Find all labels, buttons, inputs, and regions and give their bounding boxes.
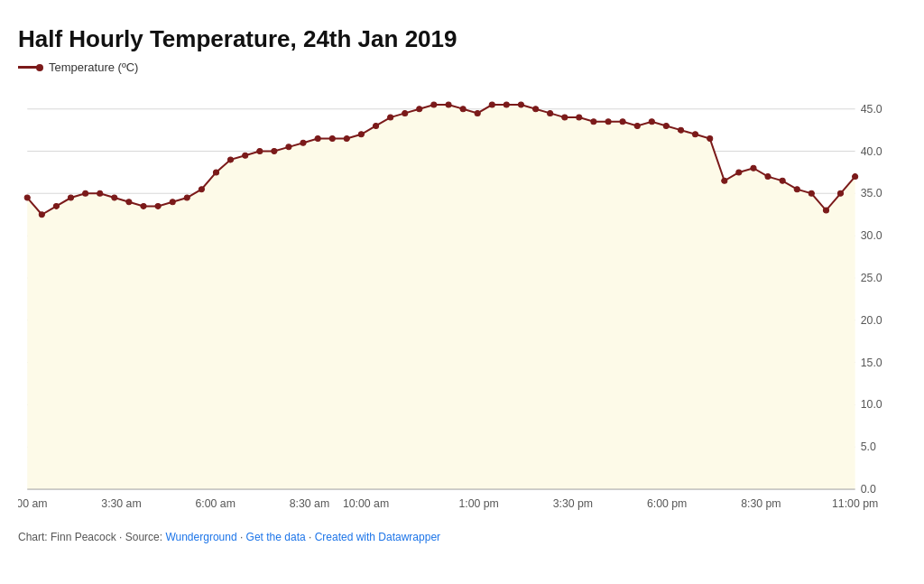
svg-point-21 — [39, 212, 44, 218]
chart-svg: 0.05.010.015.020.025.030.035.040.045.01:… — [18, 83, 906, 525]
svg-point-29 — [155, 203, 161, 209]
svg-point-42 — [344, 135, 349, 141]
legend-label: Temperature (ºC) — [49, 60, 138, 74]
svg-point-70 — [751, 165, 756, 171]
svg-point-76 — [837, 190, 843, 196]
svg-point-58 — [577, 115, 582, 120]
svg-text:6:00 pm: 6:00 pm — [647, 497, 687, 510]
svg-text:3:30 pm: 3:30 pm — [553, 497, 593, 510]
svg-point-52 — [489, 102, 494, 107]
svg-point-77 — [853, 174, 858, 180]
svg-text:11:00 pm: 11:00 pm — [832, 497, 878, 510]
svg-text:5.0: 5.0 — [861, 440, 876, 453]
svg-point-48 — [431, 102, 437, 107]
svg-point-57 — [562, 115, 568, 120]
get-data-link[interactable]: Get the data — [246, 531, 306, 543]
svg-text:8:30 pm: 8:30 pm — [741, 497, 781, 510]
svg-point-68 — [722, 178, 727, 183]
svg-text:8:30 am: 8:30 am — [290, 497, 329, 510]
svg-point-54 — [518, 102, 523, 107]
svg-point-25 — [97, 190, 103, 196]
svg-text:30.0: 30.0 — [861, 229, 882, 242]
svg-point-63 — [649, 119, 654, 125]
svg-point-41 — [329, 135, 335, 141]
svg-point-44 — [373, 123, 378, 128]
svg-point-26 — [112, 195, 117, 200]
svg-point-47 — [417, 107, 422, 112]
svg-point-72 — [780, 178, 785, 183]
svg-point-40 — [315, 135, 320, 141]
svg-text:6:00 am: 6:00 am — [196, 497, 236, 510]
chart-title: Half Hourly Temperature, 24th Jan 2019 — [18, 25, 906, 53]
svg-point-66 — [693, 132, 698, 137]
svg-point-23 — [68, 195, 73, 200]
svg-point-71 — [765, 174, 771, 180]
svg-point-62 — [634, 123, 640, 128]
svg-text:25.0: 25.0 — [861, 272, 882, 284]
svg-point-27 — [126, 199, 132, 205]
svg-point-20 — [24, 195, 30, 200]
svg-point-32 — [199, 187, 204, 192]
svg-point-39 — [300, 140, 306, 145]
svg-point-33 — [213, 170, 218, 175]
svg-point-45 — [388, 115, 393, 120]
svg-point-60 — [605, 119, 611, 125]
svg-point-22 — [53, 203, 59, 209]
svg-point-24 — [83, 190, 88, 196]
svg-point-31 — [184, 195, 189, 200]
svg-point-37 — [272, 149, 277, 154]
svg-text:45.0: 45.0 — [861, 103, 882, 116]
chart-container: Half Hourly Temperature, 24th Jan 2019 T… — [0, 0, 924, 584]
svg-text:10.0: 10.0 — [861, 399, 882, 412]
svg-point-56 — [548, 110, 553, 116]
svg-point-65 — [678, 127, 683, 133]
svg-text:35.0: 35.0 — [861, 187, 882, 199]
svg-point-35 — [243, 153, 248, 158]
svg-point-53 — [504, 102, 509, 107]
svg-point-73 — [794, 187, 799, 192]
svg-point-74 — [808, 190, 814, 196]
footer-text: Chart: Finn Peacock · Source: — [18, 531, 165, 543]
svg-point-28 — [141, 203, 146, 209]
legend: Temperature (ºC) — [18, 60, 906, 74]
svg-point-64 — [663, 123, 669, 128]
svg-point-30 — [170, 199, 175, 205]
svg-point-75 — [823, 208, 828, 213]
svg-point-49 — [446, 102, 451, 107]
svg-point-36 — [257, 149, 263, 154]
svg-point-43 — [358, 132, 364, 137]
svg-text:1:00 am: 1:00 am — [18, 497, 47, 510]
svg-point-61 — [620, 119, 625, 125]
svg-text:3:30 am: 3:30 am — [101, 497, 141, 510]
datawrapper-link[interactable]: Created with Datawrapper — [315, 531, 440, 543]
svg-text:0.0: 0.0 — [861, 483, 876, 496]
svg-point-51 — [475, 110, 480, 116]
svg-point-38 — [286, 144, 291, 150]
chart-area: 0.05.010.015.020.025.030.035.040.045.01:… — [18, 83, 906, 525]
svg-point-50 — [460, 107, 466, 112]
wunderground-link[interactable]: Wunderground — [165, 531, 236, 543]
svg-text:15.0: 15.0 — [861, 357, 882, 369]
svg-text:40.0: 40.0 — [861, 145, 882, 158]
svg-point-67 — [707, 135, 713, 141]
svg-point-55 — [532, 107, 538, 112]
svg-text:20.0: 20.0 — [861, 314, 882, 327]
svg-text:10:00 am: 10:00 am — [343, 497, 389, 510]
svg-point-34 — [227, 157, 233, 162]
chart-footer: Chart: Finn Peacock · Source: Wundergrou… — [18, 531, 906, 543]
svg-text:1:00 pm: 1:00 pm — [458, 497, 498, 510]
svg-point-46 — [402, 110, 408, 116]
svg-point-69 — [736, 170, 742, 175]
svg-point-59 — [591, 119, 596, 125]
